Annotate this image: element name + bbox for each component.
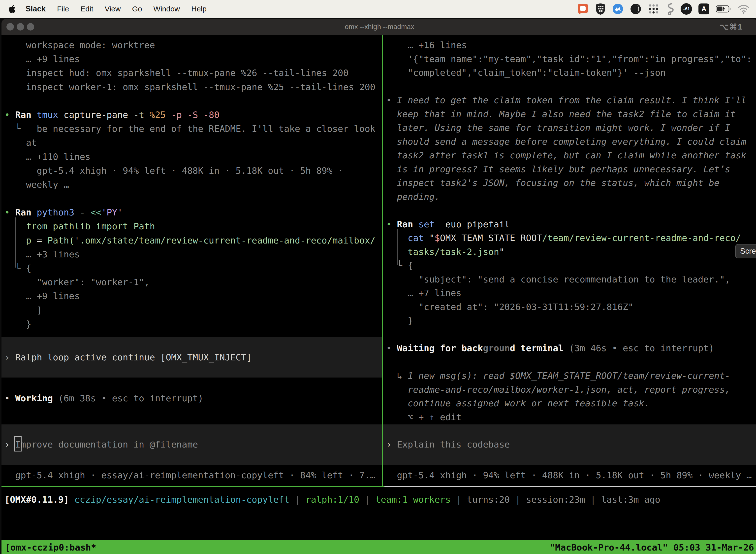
terminal-line: at: [1, 136, 382, 150]
menu-item-go[interactable]: Go: [126, 5, 148, 13]
terminal-line: p = Path('.omx/state/team/review-current…: [1, 233, 382, 247]
terminal-line: inspect task2's JSON, focusing on the st…: [383, 176, 756, 190]
terminal-line: weekly …: [1, 178, 382, 191]
tmux-session-label: [omx-cczip0:bash*: [5, 542, 96, 553]
wifi-icon[interactable]: [738, 4, 750, 14]
terminal-line: readme-and-reco/mailbox/worker-1.json, a…: [383, 383, 756, 397]
tmux-status-bar: [omx-cczip0:bash* "MacBook-Pro-44.local"…: [1, 540, 756, 554]
terminal-line: • Working (6m 38s • esc to interrupt): [1, 391, 382, 405]
apple-menu-icon[interactable]: [8, 4, 16, 13]
terminal-line: }: [1, 317, 382, 331]
left-status-line: gpt-5.4 xhigh · essay/ai-reimplementatio…: [1, 465, 382, 486]
left-terminal-pane[interactable]: workspace_mode: worktree … +9 lines insp…: [1, 35, 382, 486]
terminal-line: ↳ 1 new msg(s): read $OMX_TEAM_STATE_ROO…: [383, 369, 756, 383]
terminal-line: • I need to get the claim token from the…: [383, 93, 756, 107]
terminal-line: [1, 94, 382, 108]
shield-grid-icon[interactable]: [595, 3, 606, 15]
dots-grid-icon[interactable]: [648, 3, 659, 15]
terminal-line: • Waiting for background terminal (3m 46…: [383, 341, 756, 355]
terminal-line: … +9 lines: [1, 52, 382, 66]
terminal-line: [383, 204, 756, 217]
badge-icon[interactable]: [612, 3, 624, 15]
squiggle-icon[interactable]: [666, 3, 674, 15]
terminal-line: '{"team_name":"my-team","task_id":"1","f…: [383, 52, 756, 66]
terminal-line: inspect_hud: omx sparkshell --tmux-pane …: [1, 66, 382, 80]
terminal-line: ]: [1, 303, 382, 317]
terminal-line: "subject": "send a concise recommendatio…: [383, 273, 756, 286]
terminal-line: … +3 lines: [1, 247, 382, 261]
terminal-line: … +9 lines: [1, 289, 382, 303]
terminal-window: omx --xhigh --madmax ⌥⌘1 workspace_mode:…: [1, 19, 756, 554]
terminal-line: • Ran tmux capture-pane -t %25 -p -S -80: [1, 108, 382, 122]
terminal-area: workspace_mode: worktree … +9 lines insp…: [1, 35, 756, 554]
menu-item-view[interactable]: View: [99, 5, 126, 13]
menu-app-name[interactable]: Slack: [20, 0, 51, 18]
right-status-line: gpt-5.4 xhigh · 94% left · 488K in · 5.1…: [383, 465, 756, 486]
keyboard-input-icon[interactable]: A: [698, 3, 709, 14]
terminal-line: • Ran python3 - <<'PY': [1, 206, 382, 219]
code-block-rule: [397, 229, 397, 265]
terminal-line: keep that in mind. Maybe I also need the…: [383, 107, 756, 121]
terminal-line: └ be necessary for the end of the README…: [1, 122, 382, 136]
terminal-line: ⌥ + ↑ edit: [383, 410, 756, 424]
terminal-line: later. Using the same for transition mig…: [383, 121, 756, 135]
terminal-line: tasks/task-2.json": [383, 245, 756, 259]
terminal-line: from pathlib import Path: [1, 219, 382, 233]
right-input-box[interactable]: › Explain this codebase: [383, 425, 756, 465]
notice-band: › Ralph loop active continue [OMX_TMUX_I…: [1, 337, 382, 378]
menu-bar: Slack FileEditViewGoWindowHelp ..61 A: [0, 0, 756, 18]
terminal-line: "created_at": "2026-03-31T11:59:27.816Z": [383, 300, 756, 314]
menu-item-window[interactable]: Window: [148, 5, 186, 13]
terminal-line: … +7 lines: [383, 286, 756, 300]
window-title: omx --xhigh --madmax: [1, 23, 756, 31]
terminal-line: [383, 80, 756, 94]
screen-edge-tooltip: Scre: [735, 244, 756, 258]
terminal-line: [383, 328, 756, 341]
chat-icon[interactable]: [577, 3, 589, 15]
window-titlebar[interactable]: omx --xhigh --madmax ⌥⌘1: [1, 19, 756, 35]
terminal-line: [1, 191, 382, 206]
inactive-pane-border: [384, 486, 756, 487]
terminal-line: [383, 355, 756, 369]
terminal-line: cat "$OMX_TEAM_STATE_ROOT/team/review-cu…: [383, 231, 756, 245]
terminal-line: └ {: [1, 261, 382, 275]
terminal-line: should send a message before completing …: [383, 135, 756, 149]
terminal-line: "worker": "worker-1",: [1, 275, 382, 289]
pane-border-row: [1, 486, 756, 487]
terminal-line: … +110 lines: [1, 150, 382, 164]
terminal-line: is in progress? It seems likely but perh…: [383, 162, 756, 176]
right-terminal-pane[interactable]: … +16 lines '{"team_name":"my-team","tas…: [383, 35, 756, 486]
menu-item-file[interactable]: File: [51, 5, 75, 13]
menu-item-help[interactable]: Help: [186, 5, 212, 13]
terminal-line: "completed","claim_token":"claim-token"}…: [383, 66, 756, 80]
omx-hud-status: [OMX#0.11.9] cczip/essay/ai-reimplementa…: [1, 487, 756, 540]
terminal-line: workspace_mode: worktree: [1, 38, 382, 52]
active-pane-border: [1, 486, 384, 487]
terminal-line: gpt-5.4 xhigh · 94% left · 488K in · 5.1…: [1, 164, 382, 178]
tmux-host-clock: "MacBook-Pro-44.local" 05:03 31-Mar-26: [550, 542, 754, 553]
terminal-line: inspect_worker-1: omx sparkshell --tmux-…: [1, 80, 382, 94]
terminal-line: … +16 lines: [383, 38, 756, 52]
terminal-line: task2 after task1 is complete, but can I…: [383, 149, 756, 162]
terminal-line: continue assigned work or next feasible …: [383, 396, 756, 410]
left-input-box[interactable]: › Improve documentation in @filename: [1, 425, 382, 465]
code-block-rule: [15, 217, 16, 268]
terminal-line: └ {: [383, 259, 756, 273]
menu-item-edit[interactable]: Edit: [75, 5, 99, 13]
terminal-line: }: [383, 314, 756, 328]
count-badge-icon[interactable]: ..61: [681, 3, 692, 15]
terminal-line: [1, 405, 382, 419]
terminal-line: • Ran set -euo pipefail: [383, 217, 756, 231]
window-shortcut-hint: ⌥⌘1: [719, 22, 743, 32]
battery-icon[interactable]: [716, 5, 731, 13]
terminal-line: pending.: [383, 190, 756, 204]
terminal-line: [1, 378, 382, 391]
contrast-icon[interactable]: [630, 3, 641, 15]
